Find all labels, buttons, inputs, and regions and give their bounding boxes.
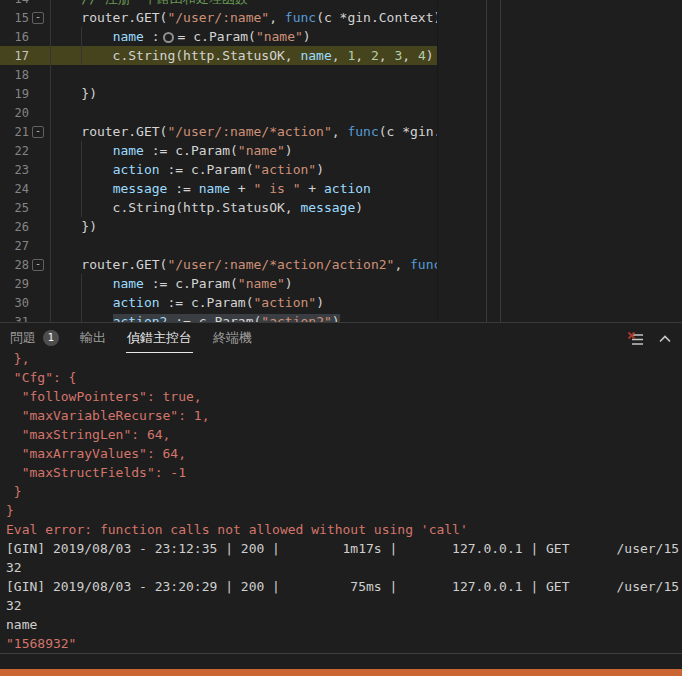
code-line[interactable]: 30 action := c.Param("action") (0, 293, 437, 312)
code-text: router.GET("/user/:name/*action", func(c… (46, 122, 437, 141)
code-line[interactable]: 24 message := name + " is " + action (0, 179, 437, 198)
line-number: 22 (0, 142, 46, 160)
indent-guide (81, 141, 82, 217)
gutter[interactable]: 21- (0, 122, 46, 141)
code-text: action := c.Param("action") (46, 160, 437, 179)
console-line: } (6, 482, 682, 501)
code-text: }) (46, 217, 437, 236)
code-text: action2 := c.Param("action2") (46, 312, 437, 322)
console-line: }, (6, 349, 682, 368)
editor-content-edge (437, 0, 438, 322)
gutter[interactable]: 19 (0, 84, 46, 103)
gutter[interactable]: 18 (0, 65, 46, 84)
panel-actions (626, 330, 674, 348)
gutter[interactable]: 14 (0, 0, 46, 8)
console-line: "Cfg": { (6, 368, 682, 387)
code-line[interactable]: 18 (0, 65, 437, 84)
tab-label: 問題 (10, 329, 36, 347)
indent-guide (50, 0, 51, 322)
gutter[interactable]: 25 (0, 198, 46, 217)
code-line[interactable]: 16 name := c.Param("name") (0, 27, 437, 46)
code-text (46, 65, 437, 84)
gutter[interactable]: 17 (0, 46, 46, 65)
gutter[interactable]: 22 (0, 141, 46, 160)
code-text: action := c.Param("action") (46, 293, 437, 312)
gutter[interactable]: 29 (0, 274, 46, 293)
line-number: 19 (0, 85, 46, 103)
editor-group-border (486, 0, 487, 322)
code-text: router.GET("/user/:name/*action/action2"… (46, 255, 437, 274)
indent-guide (81, 27, 82, 65)
code-line[interactable]: 29 name := c.Param("name") (0, 274, 437, 293)
console-line: [GIN] 2019/08/03 - 23:20:29 | 200 | 75ms… (6, 577, 682, 596)
code-line[interactable]: 22 name := c.Param("name") (0, 141, 437, 160)
inline-breakpoint-icon[interactable] (163, 32, 174, 43)
console-lines: }, "Cfg": { "followPointers": true, "max… (6, 349, 682, 653)
line-number: 18 (0, 66, 46, 84)
tab-label: 偵錯主控台 (127, 329, 192, 347)
code-lines: 14 // 注册一个路由和处理函数15- router.GET("/user/:… (0, 0, 437, 322)
gutter[interactable]: 26 (0, 217, 46, 236)
gutter[interactable]: 24 (0, 179, 46, 198)
code-line[interactable]: 20 (0, 103, 437, 122)
code-text: name := c.Param("name") (46, 274, 437, 293)
code-text: c.String(http.StatusOK, message) (46, 198, 437, 217)
line-number: 30 (0, 294, 46, 312)
gutter[interactable]: 15- (0, 8, 46, 27)
line-number: 16 (0, 28, 46, 46)
gutter[interactable]: 28- (0, 255, 46, 274)
gutter[interactable]: 16 (0, 27, 46, 46)
console-line: "maxArrayValues": 64, (6, 444, 682, 463)
fold-icon[interactable]: - (32, 126, 44, 138)
maximize-panel-icon[interactable] (656, 330, 674, 348)
console-line: name (6, 615, 682, 634)
code-text: name := c.Param("name") (46, 27, 437, 46)
code-text: }) (46, 84, 437, 103)
code-line[interactable]: 26 }) (0, 217, 437, 236)
code-text (46, 236, 437, 255)
console-line: } (6, 501, 682, 520)
gutter[interactable]: 27 (0, 236, 46, 255)
gutter[interactable]: 30 (0, 293, 46, 312)
problems-count-badge: 1 (43, 330, 59, 346)
code-line[interactable]: 21- router.GET("/user/:name/*action", fu… (0, 122, 437, 141)
code-line[interactable]: 28- router.GET("/user/:name/*action/acti… (0, 255, 437, 274)
line-number: 31 (0, 313, 46, 322)
debug-console-input[interactable] (0, 654, 682, 669)
line-number: 14 (0, 0, 46, 8)
code-line[interactable]: 19 }) (0, 84, 437, 103)
gutter[interactable]: 23 (0, 160, 46, 179)
console-line: "1568932" (6, 634, 682, 653)
code-line[interactable]: 17 c.String(http.StatusOK, name, 1, 2, 3… (0, 46, 437, 65)
debug-console-output[interactable]: }, "Cfg": { "followPointers": true, "max… (0, 349, 682, 653)
indent-guide (81, 274, 82, 322)
code-line[interactable]: 25 c.String(http.StatusOK, message) (0, 198, 437, 217)
gutter[interactable]: 31 (0, 312, 46, 322)
code-text: name := c.Param("name") (46, 141, 437, 160)
code-line[interactable]: 31 action2 := c.Param("action2") (0, 312, 437, 322)
code-text: router.GET("/user/:name", func(c *gin.Co… (46, 8, 437, 27)
line-number: 29 (0, 275, 46, 293)
line-number: 25 (0, 199, 46, 217)
line-number: 17 (0, 47, 46, 65)
console-line: [GIN] 2019/08/03 - 23:12:35 | 200 | 1m17… (6, 539, 682, 558)
code-line[interactable]: 23 action := c.Param("action") (0, 160, 437, 179)
gutter[interactable]: 20 (0, 103, 46, 122)
status-bar-debugging (0, 669, 682, 676)
clear-console-icon[interactable] (626, 330, 644, 348)
fold-icon[interactable]: - (32, 259, 44, 271)
code-text: // 注册一个路由和处理函数 (46, 0, 437, 8)
code-line[interactable]: 14 // 注册一个路由和处理函数 (0, 0, 437, 8)
console-line: "followPointers": true, (6, 387, 682, 406)
line-number: 23 (0, 161, 46, 179)
code-text: c.String(http.StatusOK, name, 1, 2, 3, 4… (46, 46, 437, 65)
tab-label: 輸出 (80, 329, 106, 347)
fold-icon[interactable]: - (32, 12, 44, 24)
console-line: 32 (6, 558, 682, 577)
code-line[interactable]: 27 (0, 236, 437, 255)
line-number: 27 (0, 237, 46, 255)
line-number: 20 (0, 104, 46, 122)
code-line[interactable]: 15- router.GET("/user/:name", func(c *gi… (0, 8, 437, 27)
code-text (46, 103, 437, 122)
code-editor[interactable]: 14 // 注册一个路由和处理函数15- router.GET("/user/:… (0, 0, 682, 322)
